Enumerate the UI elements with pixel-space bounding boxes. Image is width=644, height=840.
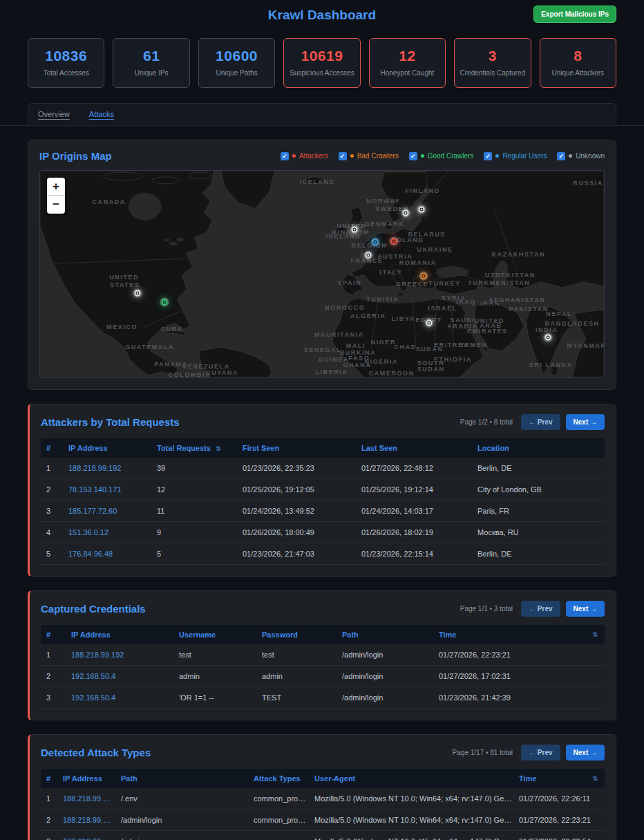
column-header-username[interactable]: Username [179,631,262,639]
column-header-user-agent[interactable]: User-Agent [314,774,519,783]
map-country-label: FINLAND [405,187,439,194]
legend-item-bad-crawlers[interactable]: ✓Bad Crawlers [339,152,399,160]
checkbox-icon[interactable]: ✓ [557,152,565,160]
tab-attacks[interactable]: Attacks [89,110,114,118]
column-header-ip-address[interactable]: IP Address [71,631,179,639]
map-marker-unknown[interactable] [134,290,140,296]
sort-icon[interactable]: ⇅ [592,631,598,638]
legend-item-regular-users[interactable]: ✓Regular Users [484,152,547,160]
checkbox-icon[interactable]: ✓ [339,152,347,160]
map-marker-unknown[interactable] [365,252,371,259]
checkbox-icon[interactable]: ✓ [281,152,289,160]
column-header-last-seen[interactable]: Last Seen [361,444,477,452]
map-country-label: MEXICO [106,324,138,330]
column-header-hash[interactable]: # [46,631,71,639]
marker-dot [374,241,376,243]
ip-link[interactable]: 188.218.99.192 [68,464,157,472]
tab-overview[interactable]: Overview [38,110,70,118]
cell: 1 [46,794,63,803]
map-country-label: NORWAY [366,198,400,205]
cell: 01/27/2026, 22:23:21 [439,651,599,659]
cell: Paris, FR [477,507,599,515]
legend-dot-icon [495,154,499,158]
cell: /admin/login [342,651,439,659]
legend-dot-icon [350,154,354,158]
column-header-first-seen[interactable]: First Seen [243,444,361,452]
prev-button[interactable]: ← Prev [521,414,560,430]
prev-button[interactable]: ← Prev [521,745,560,760]
cell: 3 [46,507,68,515]
next-button[interactable]: Next → [566,745,605,760]
sort-icon[interactable]: ⇅ [592,775,598,782]
map-marker-good-crawler[interactable] [161,299,167,305]
zoom-out-button[interactable]: − [47,196,65,214]
map-marker-unknown[interactable] [426,319,432,326]
map-marker-unknown[interactable] [402,209,408,216]
ip-link[interactable]: 176.84.96.48 [68,550,157,558]
column-header-ip-address[interactable]: IP Address [63,774,121,783]
ip-link[interactable]: 185.177.72.60 [68,507,157,515]
column-header-hash[interactable]: # [46,444,68,452]
column-header-attack-types[interactable]: Attack Types [254,774,314,783]
map-marker-regular-user[interactable] [372,239,378,245]
cell: 9 [157,528,243,536]
ip-link[interactable]: 192.168.50.4 [71,672,179,680]
column-header-path[interactable]: Path [121,774,254,783]
column-header-location[interactable]: Location [477,444,599,452]
map-country-label: CAMEROON [369,370,415,377]
column-header-time[interactable]: Time [439,631,599,639]
legend-label: Regular Users [502,152,547,160]
map-marker-unknown[interactable] [351,227,357,233]
credentials-title: Captured Credentials [41,603,146,615]
marker-dot [428,321,430,324]
ip-link[interactable]: 78.153.140.171 [68,485,157,494]
legend-item-unknown[interactable]: ✓Unknown [557,152,605,160]
map-country-label: FRANCE [350,257,383,264]
legend-item-attackers[interactable]: ✓Attackers [281,152,328,160]
ip-link[interactable]: 192.168.50.4 [71,693,179,702]
column-header-password[interactable]: Password [262,631,342,639]
stat-card-unique-ips: 61Unique IPs [113,38,189,88]
column-header-path[interactable]: Path [342,631,439,639]
column-header-total-requests[interactable]: Total Requests⇅ [157,444,243,452]
legend-item-good-crawlers[interactable]: ✓Good Crawlers [409,152,474,160]
prev-button[interactable]: ← Prev [521,601,560,617]
map-card: IP Origins Map ✓Attackers✓Bad Crawlers✓G… [28,140,616,390]
map-marker-attacker[interactable] [390,239,397,245]
ip-link[interactable]: 188.218.99.192 [71,651,179,659]
cell: /admin/login [342,693,439,702]
column-header-hash[interactable]: # [46,774,63,783]
map-marker-bad-crawler[interactable] [420,272,426,279]
checkbox-icon[interactable]: ✓ [484,152,492,160]
sort-icon[interactable]: ⇅ [216,445,221,452]
stat-label: Total Accesses [31,69,101,77]
map-country-label: ITALY [380,269,402,276]
column-header-time[interactable]: Time [519,774,599,783]
table-row: 1188.218.99.192testtest/admin/login01/27… [41,644,605,666]
page-info: Page 1/2 • 8 total [460,418,513,426]
ip-link[interactable]: 188.218.99.192 [63,837,121,840]
stat-card-honeypot-caught: 12Honeypot Caught [369,38,446,88]
next-button[interactable]: Next → [566,414,605,430]
export-malicious-ips-button[interactable]: Export Malicious IPs [533,6,616,23]
map[interactable]: CANADAUNITEDSTATESMEXICOCUBAGUATEMALAPAN… [39,170,605,378]
checkbox-icon[interactable]: ✓ [409,152,417,160]
ip-link[interactable]: 188.218.99.192 [63,816,121,824]
page-info: Page 1/1 • 3 total [460,605,513,613]
cell: 01/27/2026, 22:22:54 [519,837,599,840]
next-button[interactable]: Next → [566,601,605,617]
cell: 01/26/2026, 18:00:49 [243,528,361,536]
ip-link[interactable]: 188.218.99.192 [63,794,121,803]
attackers-card: Attackers by Total Requests Page 1/2 • 8… [28,404,616,577]
cell: common_probes [254,816,314,824]
column-header-ip-address[interactable]: IP Address [68,444,157,452]
cell: 2 [46,672,71,680]
map-marker-unknown[interactable] [418,206,424,212]
ip-link[interactable]: 151.36.0.12 [68,528,157,536]
zoom-in-button[interactable]: + [47,178,65,196]
map-country-label: MOROCCO [324,304,365,311]
cell: 3 [46,693,71,702]
world-map: CANADAUNITEDSTATESMEXICOCUBAGUATEMALAPAN… [40,171,604,377]
table-header-row: #IP AddressUsernamePasswordPathTime⇅ [41,625,605,644]
map-marker-unknown[interactable] [545,335,551,341]
